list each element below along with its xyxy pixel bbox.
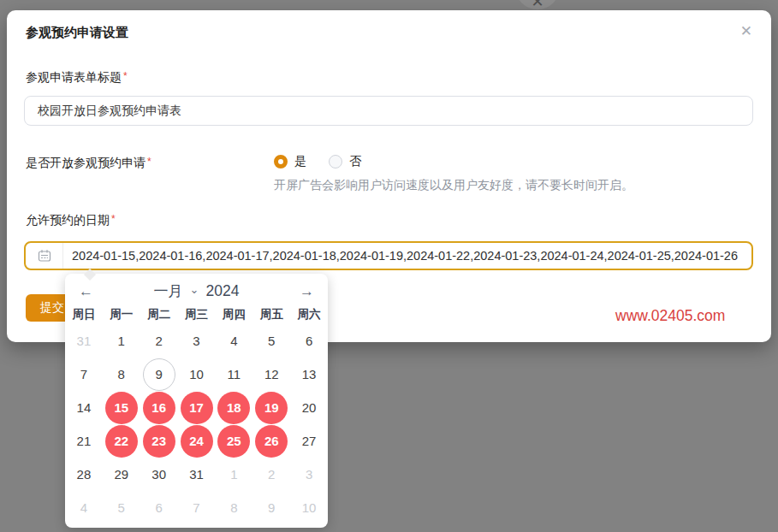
calendar-day[interactable]: 4 (215, 324, 252, 358)
calendar-week-row: 78910111213 (65, 358, 328, 391)
calendar-day[interactable]: 1 (215, 458, 252, 491)
calendar-day[interactable]: 29 (103, 458, 140, 491)
calendar-day[interactable]: 26 (252, 424, 290, 458)
calendar-week-row: 28293031123 (65, 458, 328, 491)
calendar-day[interactable]: 10 (290, 491, 328, 524)
open-reservation-help-text: 开屏广告会影响用户访问速度以及用户友好度，请不要长时间开启。 (274, 178, 633, 193)
month-year-group: 一月 ⌄ 2024 (93, 281, 300, 301)
calendar-header: ← 一月 ⌄ 2024 → (65, 274, 328, 301)
calendar-day[interactable]: 20 (290, 391, 328, 424)
calendar-week-row: 14151617181920 (65, 391, 328, 424)
weekday-label: 周日 (65, 307, 103, 322)
calendar-day[interactable]: 18 (215, 391, 252, 424)
calendar-week-row: 45678910 (65, 491, 328, 524)
radio-yes-label[interactable]: 是 (294, 154, 306, 169)
required-asterisk: * (123, 70, 128, 82)
date-picker-popup: ← 一月 ⌄ 2024 → 周日周一周二周三周四周五周六 31123456789… (65, 274, 328, 528)
calendar-day[interactable]: 2 (252, 458, 290, 491)
radio-no-label[interactable]: 否 (349, 154, 361, 169)
weekday-label: 周二 (140, 307, 178, 322)
allowed-dates-label-text: 允许预约的日期 (26, 213, 110, 227)
weekday-label: 周三 (178, 307, 216, 322)
form-title-label-text: 参观申请表单标题 (26, 70, 122, 84)
calendar-day[interactable]: 25 (215, 424, 252, 458)
calendar-day[interactable]: 31 (65, 324, 103, 358)
prev-month-icon[interactable]: ← (79, 284, 93, 299)
allowed-dates-label: 允许预约的日期* (26, 213, 116, 228)
calendar-day[interactable]: 10 (178, 358, 216, 391)
form-title-input[interactable]: 校园开放日参观预约申请表 (24, 96, 753, 126)
required-asterisk: * (111, 213, 116, 225)
calendar-day[interactable]: 28 (65, 458, 103, 491)
calendar-day[interactable]: 15 (103, 391, 140, 424)
weekday-label: 周五 (252, 307, 290, 322)
watermark-text: www.02405.com (615, 307, 725, 325)
weekday-label: 周六 (290, 307, 328, 322)
calendar-day[interactable]: 3 (290, 458, 328, 491)
calendar-day[interactable]: 4 (65, 491, 103, 524)
background-close-icon: ✕ (515, 0, 560, 9)
calendar-week-row: 31123456 (65, 324, 328, 358)
form-title-value: 校园开放日参观预约申请表 (38, 103, 181, 119)
allowed-dates-value: 2024-01-15,2024-01-16,2024-01-17,2024-01… (63, 249, 751, 263)
next-month-icon[interactable]: → (300, 284, 314, 299)
calendar-day[interactable]: 24 (178, 424, 216, 458)
calendar-day[interactable]: 23 (140, 424, 178, 458)
calendar-day[interactable]: 5 (103, 491, 140, 524)
open-reservation-label-text: 是否开放参观预约申请 (26, 156, 146, 169)
calendar-weekdays: 周日周一周二周三周四周五周六 (65, 307, 328, 322)
allowed-dates-input[interactable]: 2024-01-15,2024-01-16,2024-01-17,2024-01… (24, 241, 753, 270)
calendar-day[interactable]: 21 (65, 424, 103, 458)
month-select[interactable]: 一月 (154, 281, 183, 301)
calendar-day[interactable]: 30 (140, 458, 178, 491)
required-asterisk: * (147, 156, 151, 168)
calendar-day[interactable]: 13 (290, 358, 328, 391)
calendar-day[interactable]: 17 (178, 391, 216, 424)
weekday-label: 周一 (103, 307, 140, 322)
calendar-day[interactable]: 6 (140, 491, 178, 524)
calendar-day[interactable]: 11 (215, 358, 252, 391)
open-reservation-radio-group: 是 否 (274, 154, 377, 169)
calendar-day[interactable]: 3 (178, 324, 216, 358)
calendar-day[interactable]: 12 (252, 358, 290, 391)
close-icon[interactable]: ✕ (740, 24, 752, 38)
open-reservation-label: 是否开放参观预约申请* (26, 156, 151, 171)
calendar-day[interactable]: 7 (178, 491, 216, 524)
calendar-day[interactable]: 16 (140, 391, 178, 424)
calendar-day[interactable]: 7 (65, 358, 103, 391)
modal-title: 参观预约申请设置 (26, 25, 128, 41)
form-title-label: 参观申请表单标题* (26, 70, 128, 86)
calendar-day[interactable]: 31 (178, 458, 216, 491)
calendar-day[interactable]: 9 (252, 491, 290, 524)
radio-yes[interactable] (274, 155, 288, 168)
calendar-day[interactable]: 27 (290, 424, 328, 458)
calendar-day[interactable]: 6 (290, 324, 328, 358)
weekday-label: 周四 (215, 307, 252, 322)
calendar-day[interactable]: 9 (140, 358, 178, 391)
radio-no[interactable] (329, 155, 342, 168)
year-label: 2024 (205, 282, 239, 300)
calendar-day[interactable]: 2 (140, 324, 178, 358)
calendar-day[interactable]: 8 (103, 358, 140, 391)
calendar-icon (26, 243, 63, 269)
calendar-day[interactable]: 1 (103, 324, 140, 358)
background-close-button: ✕ (515, 0, 560, 9)
calendar-day[interactable]: 5 (252, 324, 290, 358)
calendar-grid: 3112345678910111213141516171819202122232… (65, 324, 328, 524)
calendar-week-row: 21222324252627 (65, 424, 328, 458)
chevron-down-icon[interactable]: ⌄ (190, 283, 199, 296)
calendar-day[interactable]: 8 (215, 491, 252, 524)
calendar-day[interactable]: 14 (65, 391, 103, 424)
calendar-day[interactable]: 22 (103, 424, 140, 458)
calendar-day[interactable]: 19 (252, 391, 290, 424)
